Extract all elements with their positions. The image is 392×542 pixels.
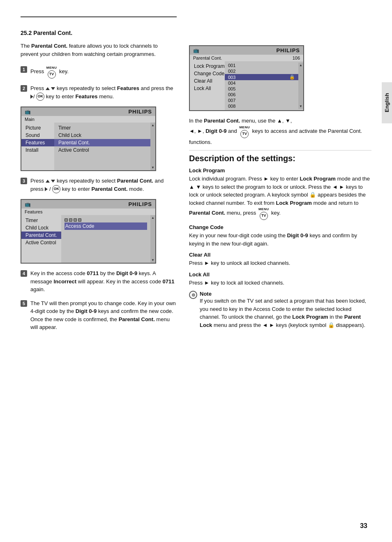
features-bold-2: Features	[75, 93, 97, 100]
parental-philips-logo: PHILIPS	[276, 47, 300, 53]
change-code-item: Change Code	[190, 70, 225, 77]
ch-007: 007	[225, 97, 298, 103]
step-1: 1 Press MENU TV key.	[21, 65, 177, 79]
right-blank2	[54, 161, 150, 169]
features-philips-logo: PHILIPS	[128, 201, 152, 207]
parental-note-text: In the Parental Cont. menu, use the ▲, ▼…	[189, 117, 371, 146]
step-5-num: 5	[21, 300, 27, 307]
menu-text: MENU	[46, 65, 57, 70]
lock-prog-note: Lock Program	[292, 314, 328, 320]
feat-right-blank1	[61, 232, 150, 239]
features-right-area: Access Code	[61, 215, 150, 263]
right-blank1	[54, 154, 150, 161]
menu-item-blank2	[21, 161, 54, 169]
menu-key-icon: MENU TV	[46, 65, 57, 79]
digit-keys-2: Digit 0-9	[76, 308, 97, 314]
code-0711: 0711	[87, 270, 99, 276]
intro-paragraph: The Parental Cont. feature allows you to…	[21, 42, 177, 58]
change-code-text: Key in your new four-digit code using th…	[189, 232, 371, 248]
parental-screen: 📺 PHILIPS Parental Cont. 106 Lock Progra…	[189, 45, 304, 111]
right-item-childlock: Child Lock	[54, 132, 150, 139]
features-scroll-up: ▲	[151, 216, 154, 220]
step3-arrow-up	[46, 180, 50, 183]
features-screen: 📺 PHILIPS Features Timer Child Lock Pare…	[21, 199, 156, 264]
feat-right-blank2	[61, 239, 150, 246]
right-item-timer: Timer	[54, 124, 150, 132]
right-column: 📺 PHILIPS Parental Cont. 106 Lock Progra…	[189, 42, 371, 337]
feat-blank1	[21, 246, 61, 254]
note-text: If you switch on the TV set and select a…	[200, 298, 366, 328]
digit-note-bold: Digit 0-9	[205, 128, 226, 134]
parental-left-menu: Lock Program Change Code Clear All Lock …	[190, 61, 225, 110]
note-box: ⊜ Note If you switch on the TV set and s…	[189, 291, 371, 329]
dot-4	[78, 218, 81, 222]
parental-note-bold: Parental Cont.	[204, 118, 240, 124]
feat-activecontrol: Active Control	[21, 239, 61, 246]
ch-005: 005	[225, 86, 298, 92]
dot-1	[65, 218, 68, 222]
tv-btn-right: TV	[240, 130, 249, 138]
parental-right-area: 001 002 003 🔒 004 005 006 007 008	[225, 61, 303, 110]
parental-cont-label: Parental Cont.	[193, 56, 222, 60]
section-heading: 25.2 Parental Cont.	[21, 30, 371, 36]
menu-item-picture: Picture	[21, 124, 54, 132]
menu-item-install: Install	[21, 146, 54, 154]
step-5-content: The TV will then prompt you to change co…	[30, 299, 177, 331]
ch-004: 004	[225, 80, 298, 86]
channel-count: 106	[293, 56, 300, 60]
scroll-indicator: ▲ ▼	[150, 123, 155, 170]
step-2-num: 2	[21, 85, 27, 92]
features-tv-icon: 📺	[25, 202, 31, 207]
features-header: 📺 PHILIPS	[21, 200, 155, 208]
right-item-activecontrol: Active Control	[54, 146, 150, 154]
parental-scroll: ▲ ▼	[298, 63, 303, 109]
lock-all-item: Lock All	[190, 85, 225, 92]
parental-scroll-down: ▼	[299, 104, 302, 108]
parental-scroll-up: ▲	[299, 63, 302, 67]
change-code-heading: Change Code	[189, 224, 371, 230]
arrow-down-icon	[51, 87, 55, 90]
main-menu-body: Picture Sound Features Install Timer Chi…	[21, 123, 155, 170]
access-dots-area: Access Code	[61, 217, 150, 232]
menu-item-sound: Sound	[21, 132, 54, 139]
parental-bold-desc: Parental Cont.	[189, 210, 225, 216]
ch-002: 002	[225, 68, 298, 74]
features-bold: Features	[117, 85, 139, 91]
right-menu: Timer Child Lock Parental Cont. Active C…	[54, 123, 150, 170]
parental-bold: Parental Cont.	[117, 178, 153, 184]
lock-prog-bold-2: Lock Program	[276, 200, 312, 206]
lock-all-heading: Lock All	[189, 271, 371, 278]
right-item-parental: Parental Cont.	[54, 139, 150, 146]
features-scroll: ▲ ▼	[150, 215, 155, 263]
parental-tv-icon: 📺	[193, 48, 199, 53]
feat-blank2	[21, 254, 61, 261]
parental-bold-2: Parental Cont.	[91, 186, 127, 192]
parental-header: 📺 PHILIPS	[190, 46, 303, 55]
parental-breadcrumb: Parental Cont. 106	[190, 55, 303, 61]
top-rule	[21, 16, 177, 17]
ch-003: 003 🔒	[225, 74, 298, 80]
main-label: Main	[21, 116, 155, 123]
lock-program-item: Lock Program	[190, 63, 225, 70]
lock-all-text: Press ► key to lock all locked channels.	[189, 279, 371, 287]
note-label: Note	[200, 291, 212, 297]
step-5: 5 The TV will then prompt you to change …	[21, 299, 177, 331]
clear-all-heading: Clear All	[189, 252, 371, 258]
step-2: 2 Press keys repeatedly to select Featur…	[21, 84, 177, 101]
arrow-up-icon	[46, 87, 50, 90]
page-number: 33	[360, 522, 367, 530]
channel-list: 001 002 003 🔒 004 005 006 007 008	[225, 63, 298, 109]
step-4-num: 4	[21, 270, 27, 277]
features-label: Features	[21, 208, 155, 215]
menu-icon-desc: MENU TV	[258, 207, 269, 220]
main-menu-screen: 📺 PHILIPS Main Picture Sound Features In…	[21, 107, 156, 171]
philips-header: 📺 PHILIPS	[21, 107, 155, 116]
step-3-num: 3	[21, 178, 27, 184]
menu-label-desc: MENU	[258, 207, 269, 212]
features-scroll-down: ▼	[151, 258, 154, 262]
step-4: 4 Key in the access code 0711 by the Dig…	[21, 269, 177, 294]
tv-btn-desc: TV	[260, 212, 268, 220]
features-left-menu: Timer Child Lock Parental Cont. Active C…	[21, 215, 61, 263]
english-label: English	[382, 82, 392, 123]
tv-icon: 📺	[25, 109, 31, 115]
